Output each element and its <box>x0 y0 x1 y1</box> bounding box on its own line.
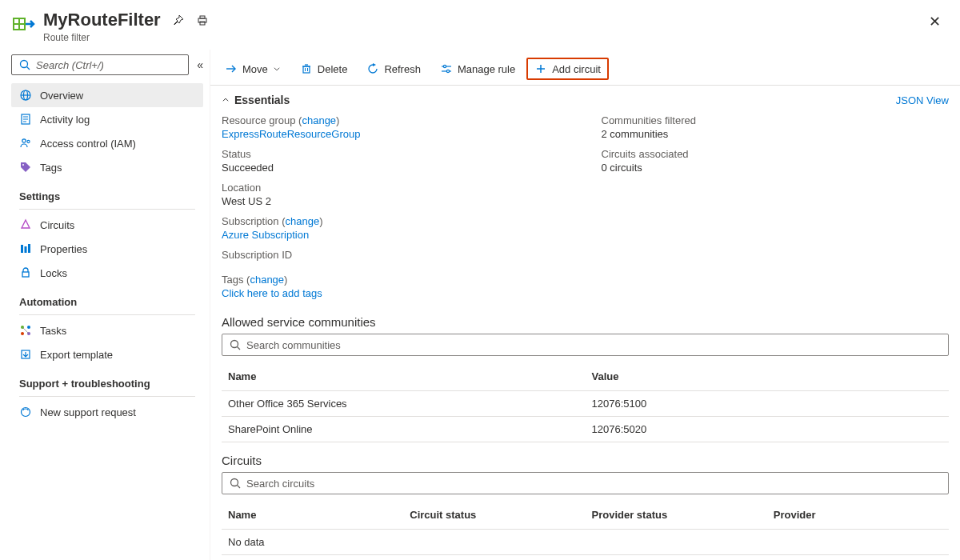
delete-button[interactable]: Delete <box>292 58 356 80</box>
svg-rect-2 <box>20 19 24 23</box>
sliders-icon <box>440 62 453 75</box>
svg-rect-3 <box>14 25 18 29</box>
circuits-associated-value: 0 circuits <box>602 162 950 174</box>
search-placeholder: Search (Ctrl+/) <box>36 59 104 71</box>
col-circuit-status[interactable]: Circuit status <box>403 501 585 530</box>
sidebar-item-activity-log[interactable]: Activity log <box>11 107 203 131</box>
button-label: Manage rule <box>458 63 515 75</box>
add-tags-link[interactable]: Click here to add tags <box>222 287 949 299</box>
essentials-toggle[interactable]: Essentials <box>222 94 290 106</box>
add-circuit-button[interactable]: Add circuit <box>526 58 609 80</box>
sidebar-item-circuits[interactable]: Circuits <box>11 213 203 237</box>
resource-group-value[interactable]: ExpressRouteResourceGroup <box>222 128 570 140</box>
globe-icon <box>19 89 32 102</box>
change-tags-link[interactable]: change <box>250 274 284 286</box>
col-provider[interactable]: Provider <box>767 501 949 530</box>
no-data-cell: No data <box>222 530 949 555</box>
print-icon[interactable] <box>196 14 209 26</box>
people-icon <box>19 137 32 150</box>
export-icon <box>19 348 32 361</box>
table-row-empty: No data <box>222 530 949 555</box>
svg-point-39 <box>443 65 446 67</box>
svg-line-44 <box>238 347 241 350</box>
move-button[interactable]: Move <box>217 58 289 80</box>
log-icon <box>19 113 32 126</box>
refresh-button[interactable]: Refresh <box>358 58 429 80</box>
pin-icon[interactable] <box>172 14 185 26</box>
search-communities-input[interactable]: Search communities <box>222 334 949 356</box>
change-resource-group-link[interactable]: change <box>302 114 336 126</box>
subscription-value[interactable]: Azure Subscription <box>222 229 570 241</box>
sidebar-section-automation: Automation <box>11 285 203 313</box>
sidebar-item-overview[interactable]: Overview <box>11 83 203 107</box>
table-row[interactable]: SharePoint Online 12076:5020 <box>222 417 949 442</box>
button-label: Move <box>242 63 268 75</box>
sidebar-item-label: Activity log <box>40 114 90 126</box>
trash-icon <box>300 62 313 75</box>
button-label: Add circuit <box>552 63 601 75</box>
sidebar-item-properties[interactable]: Properties <box>11 237 203 261</box>
search-input[interactable]: Search (Ctrl+/) <box>11 54 189 75</box>
svg-rect-22 <box>28 244 30 253</box>
chevron-up-icon <box>222 96 230 104</box>
tags-label: Tags <box>222 274 243 286</box>
svg-rect-21 <box>25 246 27 253</box>
cell-value: 12076:5100 <box>586 391 950 417</box>
communities-filtered-label: Communities filtered <box>602 114 950 126</box>
tag-icon <box>19 161 32 174</box>
svg-point-45 <box>231 479 238 486</box>
divider <box>19 396 195 397</box>
support-icon <box>19 406 32 418</box>
change-subscription-link[interactable]: change <box>286 215 320 227</box>
sidebar-item-tags[interactable]: Tags <box>11 155 203 179</box>
location-value: West US 2 <box>222 195 570 207</box>
communities-section-title: Allowed service communities <box>210 304 960 334</box>
circuits-associated-label: Circuits associated <box>602 148 950 160</box>
sidebar-item-tasks[interactable]: Tasks <box>11 318 203 342</box>
cell-name: Other Office 365 Services <box>222 391 586 417</box>
close-icon[interactable]: ✕ <box>926 10 944 34</box>
tasks-icon <box>19 324 32 337</box>
table-row[interactable]: Other Office 365 Services 12076:5100 <box>222 391 949 417</box>
communities-filtered-value: 2 communities <box>602 128 950 140</box>
resource-type-label: Route filter <box>43 32 926 43</box>
status-label: Status <box>222 148 570 160</box>
sidebar-item-access-control[interactable]: Access control (IAM) <box>11 131 203 155</box>
page-title: MyRouteFilter <box>43 10 161 30</box>
search-placeholder: Search circuits <box>246 478 314 490</box>
search-icon <box>18 58 31 71</box>
manage-rule-button[interactable]: Manage rule <box>432 58 523 80</box>
properties-icon <box>19 242 32 255</box>
status-value: Succeeded <box>222 162 570 174</box>
svg-rect-4 <box>20 25 24 29</box>
col-name[interactable]: Name <box>222 501 403 530</box>
communities-table: Name Value Other Office 365 Services 120… <box>222 362 949 442</box>
button-label: Refresh <box>384 63 421 75</box>
lock-icon <box>19 266 32 279</box>
col-provider-status[interactable]: Provider status <box>586 501 767 530</box>
main-content: Move Delete Refresh Manage rule Add circ… <box>210 50 960 560</box>
svg-line-9 <box>27 67 30 70</box>
svg-rect-1 <box>14 19 18 23</box>
collapse-sidebar-icon[interactable]: « <box>197 58 203 71</box>
sidebar-item-label: Circuits <box>40 219 74 231</box>
circuits-icon <box>19 218 32 231</box>
search-circuits-input[interactable]: Search circuits <box>222 472 949 494</box>
sidebar-item-label: Tags <box>40 162 62 174</box>
json-view-link[interactable]: JSON View <box>896 94 949 106</box>
svg-point-17 <box>22 139 26 142</box>
sidebar-item-locks[interactable]: Locks <box>11 261 203 285</box>
svg-point-19 <box>22 164 24 166</box>
divider <box>19 314 195 315</box>
sidebar-item-label: Export template <box>40 349 113 361</box>
col-value[interactable]: Value <box>586 362 950 391</box>
sidebar-item-export-template[interactable]: Export template <box>11 342 203 366</box>
sidebar-item-label: Locks <box>40 267 67 279</box>
sidebar: Search (Ctrl+/) « Overview Activity log … <box>0 50 210 560</box>
col-name[interactable]: Name <box>222 362 586 391</box>
subscription-id-label: Subscription ID <box>222 249 570 261</box>
sidebar-section-support: Support + troubleshooting <box>11 366 203 394</box>
divider <box>19 209 195 210</box>
sidebar-item-support-request[interactable]: New support request <box>11 400 203 424</box>
arrow-right-icon <box>225 62 238 75</box>
